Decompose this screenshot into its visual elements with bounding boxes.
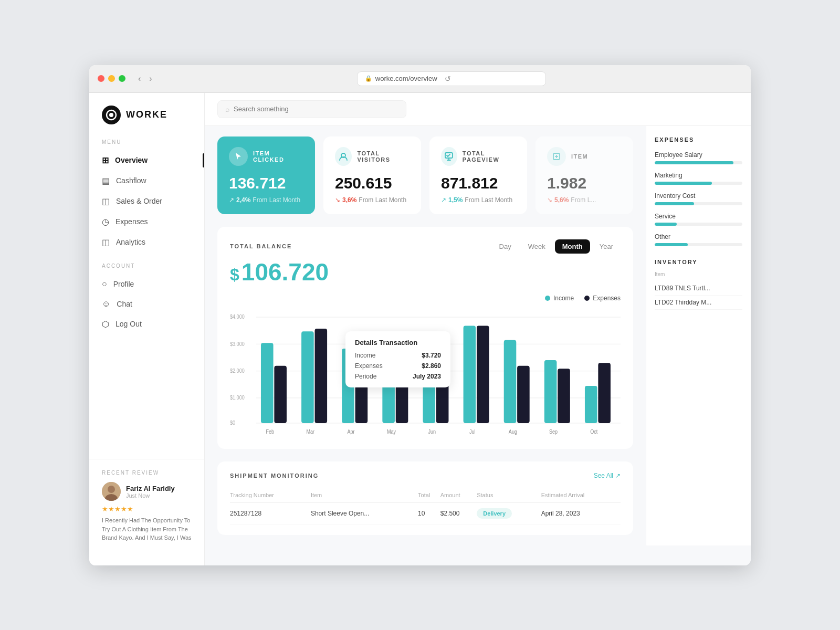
col-arrival: Estimated Arrival xyxy=(541,488,621,503)
expense-bar-bg-2 xyxy=(655,202,742,205)
tooltip-card: Details Transaction Income $3.720 Expens… xyxy=(345,331,450,387)
stat-label-3: ITEM xyxy=(571,153,588,160)
browser-window: ‹ › 🔒 worke.com/overview ↺ WORKE xyxy=(89,65,751,565)
bar-jul-expenses[interactable] xyxy=(477,326,489,423)
stat-label-0: ITEM CLICKED xyxy=(253,150,303,163)
topbar: ⌕ xyxy=(205,93,751,126)
expense-name-3: Service xyxy=(655,213,742,220)
bar-mar-income[interactable] xyxy=(301,331,314,423)
browser-titlebar: ‹ › 🔒 worke.com/overview ↺ xyxy=(89,65,751,93)
svg-point-1 xyxy=(109,113,113,117)
y-label-2000: $2.000 xyxy=(230,368,245,374)
logo-icon xyxy=(102,106,121,124)
change-arrow-up-2: ↗ xyxy=(441,196,446,204)
period-tab-week[interactable]: Week xyxy=(521,239,553,254)
sidebar-item-analytics[interactable]: ◫ Analytics xyxy=(89,232,204,253)
period-tab-year[interactable]: Year xyxy=(592,239,621,254)
bar-oct-expenses[interactable] xyxy=(598,363,611,423)
minimize-button[interactable] xyxy=(108,75,115,82)
see-all-button[interactable]: See All ↗ xyxy=(594,472,621,479)
balance-card: TOTAL BALANCE Day Week Month Year $106.7… xyxy=(217,227,633,449)
traffic-lights xyxy=(98,75,125,82)
lock-icon: 🔒 xyxy=(365,75,372,82)
forward-button[interactable]: › xyxy=(147,73,154,85)
search-input[interactable] xyxy=(234,105,398,113)
reviewer-name: Fariz Al Faridly xyxy=(126,485,175,492)
col-total: Total xyxy=(418,488,440,503)
table-row[interactable]: 251287128 Short Sleeve Open... 10 $2.500… xyxy=(230,502,621,524)
cell-status: Delivery xyxy=(477,502,541,524)
col-tracking: Tracking Number xyxy=(230,488,311,503)
chat-icon: ☺ xyxy=(102,299,110,309)
x-label-sep: Sep xyxy=(549,428,558,434)
analytics-icon: ◫ xyxy=(102,237,110,247)
tooltip-expenses-row: Expenses $2.860 xyxy=(355,362,441,370)
logo-text: WORKE xyxy=(126,109,167,120)
bar-sep-expenses[interactable] xyxy=(558,369,570,423)
inventory-item-1[interactable]: LTD02 Thirdday M... xyxy=(655,296,742,310)
legend-income-label: Income xyxy=(553,295,574,302)
address-bar: 🔒 worke.com/overview ↺ xyxy=(161,71,742,86)
recent-review-title: RECENT REVIEW xyxy=(102,470,192,476)
change-pct-0: 2,4% xyxy=(236,196,250,204)
avatar xyxy=(102,482,121,501)
expense-bar-2 xyxy=(655,202,694,205)
search-box[interactable]: ⌕ xyxy=(217,100,406,118)
stat-card-item-4: ITEM 1.982 ↘ 5,6% From L... xyxy=(536,136,633,214)
change-arrow-down-3: ↘ xyxy=(547,196,552,204)
change-label-0: From Last Month xyxy=(253,196,300,204)
expenses-icon: ◷ xyxy=(102,217,109,227)
bar-oct-income[interactable] xyxy=(585,386,597,423)
sidebar-item-overview[interactable]: ⊞ Overview xyxy=(89,150,204,171)
sidebar-item-profile[interactable]: ○ Profile xyxy=(89,274,204,294)
logo-area: WORKE xyxy=(89,106,204,139)
shipment-card: SHIPMENT MONITORING See All ↗ Tracking N… xyxy=(217,461,633,535)
stat-value-0: 136.712 xyxy=(229,174,303,192)
review-text: I Recently Had The Opportunity To Try Ou… xyxy=(102,516,192,542)
sidebar-item-chat[interactable]: ☺ Chat xyxy=(89,294,204,314)
close-button[interactable] xyxy=(98,75,104,82)
bar-jul-income[interactable] xyxy=(464,326,476,423)
recent-review-section: RECENT REVIEW Fariz Al Faridly Just Now xyxy=(89,459,204,553)
inventory-col-header: Item xyxy=(655,271,742,277)
bar-aug-expenses[interactable] xyxy=(517,365,530,423)
sidebar-item-cashflow[interactable]: ▤ Cashflow xyxy=(89,171,204,191)
bar-feb-expenses[interactable] xyxy=(274,365,287,423)
expense-bar-1 xyxy=(655,182,712,185)
change-label-3: From L... xyxy=(571,196,596,204)
sidebar-item-sales-order[interactable]: ◫ Sales & Order xyxy=(89,191,204,212)
change-arrow-up-0: ↗ xyxy=(229,196,234,204)
x-label-apr: Apr xyxy=(347,428,355,434)
balance-amount: $106.720 xyxy=(230,258,621,286)
x-label-feb: Feb xyxy=(266,428,274,434)
change-label-2: From Last Month xyxy=(465,196,512,204)
bar-mar-expenses[interactable] xyxy=(315,328,328,423)
period-tab-month[interactable]: Month xyxy=(555,239,590,254)
col-item: Item xyxy=(311,488,418,503)
back-button[interactable]: ‹ xyxy=(136,73,143,85)
inventory-item-0[interactable]: LTD89 TNLS Turtl... xyxy=(655,281,742,296)
expense-bar-bg-4 xyxy=(655,243,742,246)
stat-value-3: 1.982 xyxy=(547,174,622,192)
stat-change-2: ↗ 1,5% From Last Month xyxy=(441,196,516,204)
maximize-button[interactable] xyxy=(119,75,125,82)
bar-may-expenses[interactable] xyxy=(396,383,408,423)
cell-total: 10 xyxy=(418,502,440,524)
stat-value-1: 250.615 xyxy=(335,174,410,192)
sidebar-item-chat-label: Chat xyxy=(117,300,132,308)
period-tab-day[interactable]: Day xyxy=(492,239,519,254)
stat-card-header-2: TOTAL PAGEVIEW xyxy=(441,147,516,166)
bar-apr-expenses[interactable] xyxy=(355,386,368,423)
url-bar[interactable]: 🔒 worke.com/overview ↺ xyxy=(357,71,546,86)
stat-change-0: ↗ 2,4% From Last Month xyxy=(229,196,303,204)
reviewer-stars: ★★★★★ xyxy=(102,505,192,513)
sidebar-item-expenses[interactable]: ◷ Expenses xyxy=(89,212,204,232)
sidebar-item-logout[interactable]: ⬡ Log Out xyxy=(89,314,204,334)
bar-aug-income[interactable] xyxy=(504,340,517,423)
bar-feb-income[interactable] xyxy=(261,343,274,423)
item4-icon xyxy=(547,147,566,166)
reload-button[interactable]: ↺ xyxy=(445,75,451,83)
expense-name-1: Marketing xyxy=(655,172,742,179)
bar-sep-income[interactable] xyxy=(544,360,557,423)
see-all-label: See All xyxy=(594,472,613,479)
